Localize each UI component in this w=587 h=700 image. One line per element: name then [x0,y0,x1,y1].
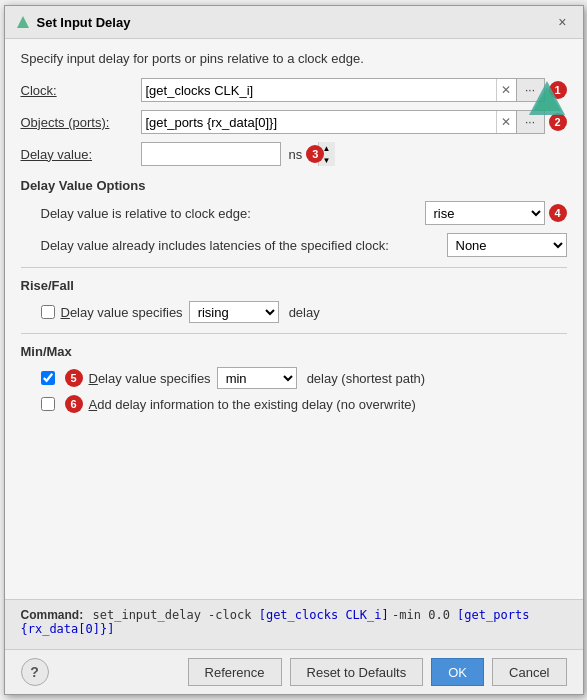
command-bar: Command: set_input_delay -clock [get_clo… [5,599,583,649]
badge-5: 5 [65,369,83,387]
min-max-checkbox1-label: Delay value specifies [89,371,211,386]
latencies-row: Delay value already includes latencies o… [41,233,567,257]
title-bar-left: Set Input Delay [15,14,131,30]
clock-edge-row: Delay value is relative to clock edge: r… [41,201,567,225]
min-max-content: 5 Delay value specifies min max delay (s… [21,367,567,413]
rise-fall-content: Delay value specifies rising falling del… [21,301,567,323]
objects-input-wrapper: ✕ [141,110,517,134]
description: Specify input delay for ports or pins re… [21,51,567,66]
latencies-select[interactable]: None source network source network [447,233,567,257]
set-input-delay-dialog: Set Input Delay × Specify input delay fo… [4,5,584,695]
objects-row: Objects (ports): ✕ ··· 2 [21,110,567,134]
command-label: Command: [21,608,84,622]
min-max-suffix: delay (shortest path) [307,371,426,386]
clock-edge-label: Delay value is relative to clock edge: [41,206,425,221]
objects-clear-button[interactable]: ✕ [496,111,516,133]
clock-label: Clock: [21,83,141,98]
min-max-checkbox2-row: 6 Add delay information to the existing … [41,395,567,413]
dialog-content: Specify input delay for ports or pins re… [5,39,583,599]
clock-row: Clock: ✕ ··· 1 [21,78,567,102]
delay-options-section: Delay value is relative to clock edge: r… [21,201,567,257]
dialog-title: Set Input Delay [37,15,131,30]
close-button[interactable]: × [552,12,572,32]
divider-2 [21,333,567,334]
clock-input[interactable] [142,79,496,101]
objects-input[interactable] [142,111,496,133]
svg-marker-0 [17,16,29,28]
rise-fall-checkbox-row: Delay value specifies rising falling del… [41,301,567,323]
badge-4: 4 [549,204,567,222]
min-max-select[interactable]: min max [217,367,297,389]
command-prefix: set_input_delay -clock [93,608,259,622]
reference-button[interactable]: Reference [188,658,282,686]
rise-fall-header: Rise/Fall [21,278,567,293]
help-button[interactable]: ? [21,658,49,686]
logo [527,79,567,122]
rise-fall-select[interactable]: rising falling [189,301,279,323]
clock-edge-select[interactable]: rise fall [425,201,545,225]
reset-button[interactable]: Reset to Defaults [290,658,424,686]
delay-options-header: Delay Value Options [21,178,567,193]
rise-fall-checkbox[interactable] [41,305,55,319]
min-max-checkbox2[interactable] [41,397,55,411]
rise-fall-suffix: delay [289,305,320,320]
min-max-checkbox2-label: Add delay information to the existing de… [89,397,416,412]
delay-value-row: Delay value: ▲ ▼ ns 3 [21,142,567,166]
delay-label: Delay value: [21,147,141,162]
latencies-label: Delay value already includes latencies o… [41,238,447,253]
delay-unit: ns [289,147,303,162]
min-max-section: Min/Max 5 Delay value specifies min max … [21,344,567,413]
delay-input-wrapper: ▲ ▼ [141,142,281,166]
title-icon [15,14,31,30]
ok-button[interactable]: OK [431,658,484,686]
title-bar: Set Input Delay × [5,6,583,39]
rise-fall-checkbox-label: Delay value specifies [61,305,183,320]
objects-label: Objects (ports): [21,115,141,130]
cancel-button[interactable]: Cancel [492,658,566,686]
badge-6: 6 [65,395,83,413]
clock-clear-button[interactable]: ✕ [496,79,516,101]
rise-fall-section: Rise/Fall Delay value specifies rising f… [21,278,567,323]
command-middle: -min 0.0 [392,608,457,622]
clock-input-wrapper: ✕ [141,78,517,102]
min-max-checkbox1[interactable] [41,371,55,385]
svg-marker-2 [533,87,561,111]
min-max-header: Min/Max [21,344,567,359]
min-max-checkbox1-row: 5 Delay value specifies min max delay (s… [41,367,567,389]
divider-1 [21,267,567,268]
footer: ? Reference Reset to Defaults OK Cancel [5,649,583,694]
command-highlight1: [get_clocks CLK_i] [259,608,389,622]
